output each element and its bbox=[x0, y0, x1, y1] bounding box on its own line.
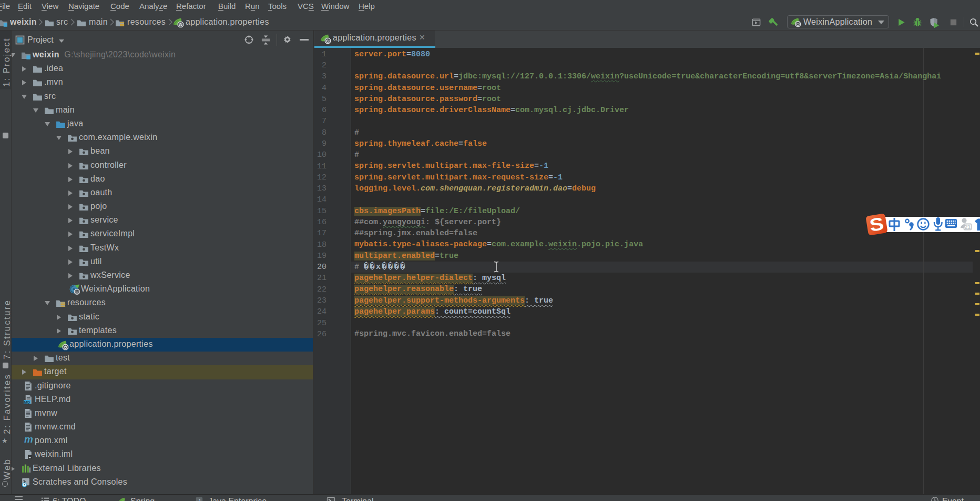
svg-text:21: 21 bbox=[965, 224, 971, 230]
